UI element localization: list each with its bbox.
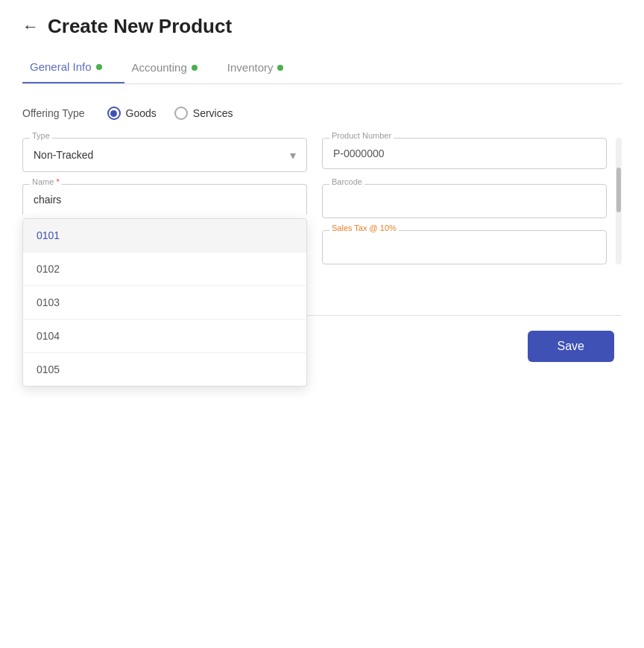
- back-header: ← Create New Product: [22, 15, 622, 38]
- radio-goods-inner: [110, 110, 117, 117]
- tab-accounting-label: Accounting: [132, 61, 187, 74]
- tab-general-info[interactable]: General Info: [22, 53, 124, 83]
- tab-general-info-dot: [96, 64, 102, 70]
- radio-services-circle: [174, 107, 188, 120]
- tabs-bar: General Info Accounting Inventory: [22, 53, 622, 84]
- dropdown-item-0101[interactable]: 0101: [23, 219, 306, 252]
- right-scrollbar[interactable]: [616, 138, 622, 264]
- sales-tax-label: Sales Tax @ 10%: [329, 223, 399, 232]
- offering-type-label: Offering Type: [22, 107, 85, 119]
- radio-goods[interactable]: Goods: [107, 107, 157, 120]
- tab-general-info-label: General Info: [30, 60, 92, 73]
- tab-accounting-dot: [192, 65, 198, 71]
- type-label: Type: [30, 131, 52, 140]
- type-value: Non-Tracked: [34, 149, 93, 161]
- offering-type-row: Offering Type Goods Services: [22, 107, 622, 120]
- tab-inventory-label: Inventory: [227, 61, 274, 74]
- dropdown-item-0103[interactable]: 0103: [23, 286, 306, 320]
- radio-goods-circle: [107, 107, 121, 120]
- barcode-field: Barcode: [322, 184, 607, 218]
- tab-accounting[interactable]: Accounting: [124, 54, 220, 83]
- name-input[interactable]: [22, 184, 307, 215]
- product-number-input[interactable]: [322, 138, 607, 169]
- radio-services-label: Services: [193, 107, 233, 119]
- page-title: Create New Product: [48, 15, 232, 38]
- dropdown-item-0105[interactable]: 0105: [23, 353, 306, 386]
- dropdown-item-0102[interactable]: 0102: [23, 252, 306, 286]
- type-select[interactable]: Non-Tracked ▾: [22, 138, 307, 172]
- product-number-field: Product Number: [322, 138, 607, 172]
- radio-goods-label: Goods: [126, 107, 157, 119]
- dropdown-item-0104[interactable]: 0104: [23, 320, 306, 353]
- type-field: Type Non-Tracked ▾: [22, 138, 307, 172]
- offering-type-radio-group: Goods Services: [107, 107, 233, 120]
- barcode-input[interactable]: [322, 184, 607, 218]
- sales-tax-input[interactable]: [322, 230, 607, 264]
- product-number-label: Product Number: [329, 131, 394, 140]
- save-button[interactable]: Save: [528, 331, 614, 362]
- page-container: ← Create New Product General Info Accoun…: [0, 0, 644, 384]
- tab-inventory[interactable]: Inventory: [220, 54, 306, 83]
- form-grid: Type Non-Tracked ▾ Product Number Name 0…: [22, 138, 607, 264]
- sales-tax-field: Sales Tax @ 10%: [322, 230, 607, 264]
- name-label: Name: [30, 177, 62, 186]
- tab-inventory-dot: [277, 65, 283, 71]
- name-field-wrapper: Name 0101 0102 0103 0104 0105: [22, 184, 307, 218]
- radio-services[interactable]: Services: [174, 107, 233, 120]
- name-dropdown: 0101 0102 0103 0104 0105: [22, 218, 307, 387]
- back-button[interactable]: ←: [22, 17, 39, 36]
- scrollbar-thumb: [616, 168, 621, 212]
- chevron-down-icon: ▾: [290, 148, 296, 162]
- barcode-label: Barcode: [329, 177, 364, 186]
